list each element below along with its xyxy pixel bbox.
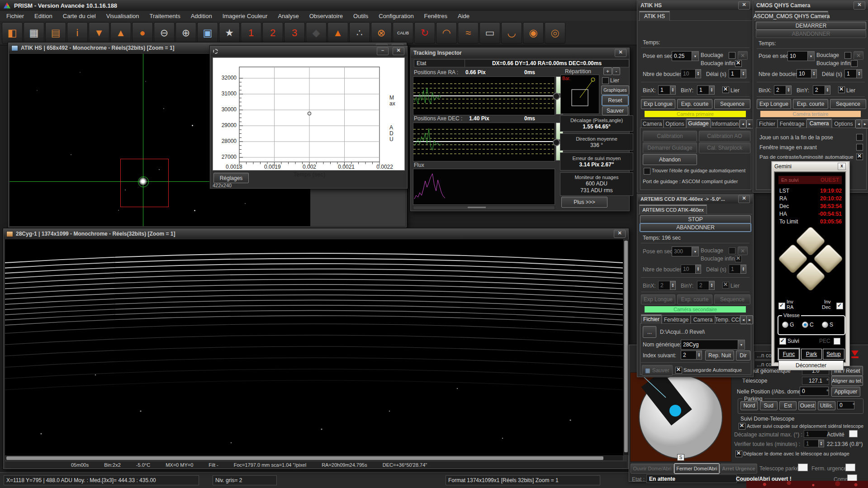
atik-panel-titlebar[interactable]: ATIK HS ✕ xyxy=(638,1,753,10)
pose-combo[interactable]: 0.25▼ xyxy=(672,51,699,61)
bouclage-infini-checkbox[interactable] xyxy=(735,60,742,67)
flip-vertical-icon[interactable]: ▼ xyxy=(89,22,109,44)
exp-longue-button[interactable]: Exp Longue xyxy=(641,294,675,304)
bouclage-x-button[interactable]: ✕ xyxy=(738,246,748,255)
exp-courte-button[interactable]: Exp. courte xyxy=(677,99,712,109)
tab-scroll-left-button[interactable]: ◄ xyxy=(740,315,747,324)
reset-button[interactable]: Reset xyxy=(602,95,628,105)
suivi-checkbox[interactable] xyxy=(779,338,786,345)
tab-options[interactable]: Options xyxy=(664,119,686,128)
exp-longue-button[interactable]: Exp Longue xyxy=(757,99,791,109)
menu-item[interactable]: Carte du ciel xyxy=(62,12,97,20)
bouclage-infini-checkbox[interactable] xyxy=(851,60,858,67)
info-icon[interactable]: i xyxy=(67,22,88,44)
lier-checkbox[interactable] xyxy=(722,282,729,289)
vitesse-g-radio[interactable] xyxy=(782,322,788,328)
nbre-spinner[interactable]: ▲▼ xyxy=(811,69,817,78)
menu-item[interactable]: Fenêtres xyxy=(423,12,448,20)
tab-scroll-right-button[interactable]: ► xyxy=(746,119,753,128)
biny-spinner[interactable]: ▲▼ xyxy=(825,85,830,95)
flip-horizontal-icon[interactable]: ▲ xyxy=(110,22,131,44)
pose-combo[interactable]: 10▼ xyxy=(787,51,815,61)
bouclage-x-button[interactable]: ✕ xyxy=(854,51,863,60)
calibration-ao-button[interactable]: Calibration AO xyxy=(699,131,750,142)
vitesse-c-radio[interactable] xyxy=(802,322,808,328)
reglages-button[interactable]: Réglages xyxy=(213,173,249,183)
tab-fenetrage[interactable]: Fenêtrage xyxy=(662,315,691,324)
sauver-button[interactable]: ▦ Sauver xyxy=(642,365,673,376)
sauver-button[interactable]: Sauver xyxy=(602,106,628,115)
star-field-icon[interactable]: ∴ xyxy=(349,22,370,44)
close-button[interactable]: ✕ xyxy=(854,1,865,9)
close-button[interactable]: ✕ xyxy=(614,230,626,238)
close-button[interactable]: ✕ xyxy=(738,195,750,203)
parking-direction-button[interactable]: Sud xyxy=(760,401,778,410)
open-image-icon[interactable]: ◧ xyxy=(2,22,23,44)
binx-spinner[interactable]: ▲▼ xyxy=(786,85,792,95)
trouver-etoile-checkbox[interactable] xyxy=(644,168,650,175)
select-star-icon[interactable]: ★ xyxy=(219,22,240,44)
tab-fichier[interactable]: Fichier xyxy=(757,119,778,128)
tab-scroll-right-button[interactable]: ► xyxy=(746,315,753,324)
observatory-icon[interactable]: ◎ xyxy=(545,22,565,44)
fenetre-avant-checkbox[interactable] xyxy=(856,144,863,151)
arc-up-icon[interactable]: ◠ xyxy=(436,22,457,44)
stop-button[interactable]: STOP xyxy=(640,215,751,223)
tab-options[interactable]: Options xyxy=(832,119,855,128)
exp-courte-button[interactable]: Exp. courte xyxy=(793,99,828,109)
menu-item[interactable]: Analyse xyxy=(277,12,299,20)
save-as-icon[interactable]: ▤ xyxy=(45,22,66,44)
chevron-down-icon[interactable]: ▼ xyxy=(807,52,814,61)
demarrer-button[interactable]: DEMARRER xyxy=(756,22,866,30)
close-button[interactable]: x xyxy=(838,163,846,170)
parking-direction-button[interactable]: Nord xyxy=(740,401,758,410)
bouclage-checkbox[interactable] xyxy=(844,52,851,59)
artemis-panel-titlebar[interactable]: ARTEMIS CCD ATIK-460ex -> -5.0°... ✕ xyxy=(638,194,753,204)
aligner-button[interactable]: Aligner au tel. xyxy=(831,376,863,386)
exp-longue-button[interactable]: Exp Longue xyxy=(641,99,675,109)
sphere-3-icon[interactable]: 3 xyxy=(284,22,305,44)
sphere-2-icon[interactable]: 2 xyxy=(262,22,283,44)
biny-spinner[interactable]: ▲▼ xyxy=(709,85,715,95)
delai-spinner[interactable]: ▲▼ xyxy=(740,69,746,78)
chevron-down-icon[interactable]: ▼ xyxy=(692,247,698,256)
screen-icon[interactable]: ▭ xyxy=(479,22,500,44)
sequence-button[interactable]: Sequence xyxy=(714,99,750,109)
tracking-scrollbar[interactable] xyxy=(413,206,555,210)
tools-icon[interactable]: ⊗ xyxy=(371,22,392,44)
abandonner-button[interactable]: ABANDONNER xyxy=(756,30,866,38)
inv-ra-checkbox[interactable] xyxy=(778,303,785,309)
tab-guidage[interactable]: Guidage xyxy=(686,118,711,128)
vitesse-s-radio[interactable] xyxy=(822,322,828,328)
index-spinner[interactable]: ▲▼ xyxy=(696,351,702,360)
decalage-azimutal-field[interactable]: 1 xyxy=(804,430,828,438)
save-icon[interactable]: ▦ xyxy=(24,22,44,44)
tab-atik-hs[interactable]: ATIK HS xyxy=(639,11,670,21)
close-button[interactable]: ✕ xyxy=(393,47,404,55)
tab-scroll-left-button[interactable]: ◄ xyxy=(740,119,746,128)
menu-item[interactable]: Configuration xyxy=(378,12,414,20)
bouclage-checkbox[interactable] xyxy=(729,247,735,254)
nom-generique-combo[interactable]: 28Cyg▼ xyxy=(681,340,745,350)
lier-checkbox[interactable] xyxy=(722,86,729,93)
lier-checkbox[interactable] xyxy=(602,77,609,84)
tab-information[interactable]: Information xyxy=(711,119,740,128)
sauvegarde-auto-checkbox[interactable] xyxy=(675,367,682,374)
tracking-titlebar[interactable]: Tracking Inspector ✕ xyxy=(411,48,629,58)
adu-chart-titlebar[interactable]: – ✕ xyxy=(210,46,407,56)
inv-dec-checkbox[interactable] xyxy=(836,303,843,309)
plus-more-button[interactable]: Plus >>> xyxy=(561,197,607,208)
refresh-icon[interactable]: ↻ xyxy=(414,22,435,44)
biny-spinner[interactable]: ▲▼ xyxy=(709,281,715,290)
bouclage-checkbox[interactable] xyxy=(729,52,735,59)
dir-button[interactable]: Dir xyxy=(736,351,750,360)
fermer-dome-button[interactable]: Fermer Dome/Abri xyxy=(674,464,719,474)
deplacer-dome-checkbox[interactable] xyxy=(735,450,742,457)
parking-direction-button[interactable]: Utilis. xyxy=(818,401,835,410)
rep-nuit-button[interactable]: Rep. Nuit xyxy=(705,351,734,360)
camera-icon[interactable]: ◉ xyxy=(523,22,544,44)
binx-spinner[interactable]: ▲▼ xyxy=(670,85,676,95)
menu-item[interactable]: Observatoire xyxy=(308,12,344,20)
repartition-plus-button[interactable]: + xyxy=(603,67,612,75)
menu-item[interactable]: Edition xyxy=(33,12,53,20)
